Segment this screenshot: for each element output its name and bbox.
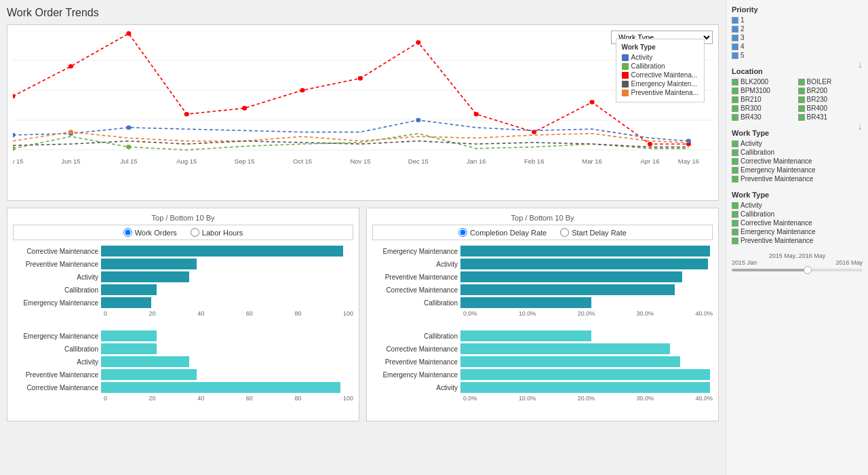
priority-checkbox-2[interactable]	[732, 26, 738, 33]
radio-labor-hours[interactable]: Labor Hours	[191, 228, 243, 237]
bar-row: Activity	[13, 356, 353, 367]
left-panel: Top / Bottom 10 By Work Orders Labor Hou…	[7, 208, 359, 421]
svg-point-13	[184, 112, 189, 117]
location-br200[interactable]: BR200	[798, 87, 863, 94]
left-teal-bars: Emergency Maintenance Callibration Activ…	[13, 330, 353, 415]
wt2-callibration[interactable]: Callibration	[732, 210, 863, 218]
bar-row: Preventive Maintenance	[13, 369, 353, 380]
location-scroll-indicator[interactable]: ↓	[858, 121, 863, 132]
bar-row: Callibration	[13, 343, 353, 354]
svg-point-17	[416, 40, 420, 45]
wt1-callibration[interactable]: Callibration	[732, 149, 863, 156]
priority-checkbox-5[interactable]	[732, 52, 738, 59]
page-title: Work Order Trends	[7, 7, 719, 19]
legend-title: Work Type	[622, 43, 699, 51]
bar-row: Activity	[372, 259, 713, 269]
right-panel: Top / Bottom 10 By Completion Delay Rate…	[366, 208, 719, 421]
svg-point-15	[300, 88, 304, 93]
legend-item-preventive: Preventive Maintena...	[622, 89, 699, 96]
bar-row: Emergency Maintenance	[372, 246, 713, 256]
legend-item-emergency: Emergency Mainten...	[622, 80, 699, 88]
location-br400[interactable]: BR400	[798, 104, 863, 112]
location-br300[interactable]: BR300	[732, 104, 797, 112]
radio-completion-delay[interactable]: Completion Delay Rate	[458, 228, 547, 237]
x-axis-right: 0.0%10.0%20.0%30.0%40.0%	[372, 310, 713, 317]
wt2-activity[interactable]: Activity	[732, 202, 863, 209]
legend-item-callibration: Callibration	[622, 62, 699, 70]
location-blk2000[interactable]: BLK2000	[732, 78, 797, 86]
bar-row: Corrective Maintenance	[13, 246, 353, 256]
location-br230[interactable]: BR230	[798, 96, 863, 103]
bar-row: Corrective Maintenance	[13, 382, 353, 393]
wt1-preventive[interactable]: Preventive Maintenance	[732, 175, 863, 183]
work-type-title-2: Work Type	[732, 191, 863, 199]
svg-point-25	[126, 126, 131, 130]
wt2-preventive[interactable]: Preventive Maintenance	[732, 237, 863, 244]
work-type-title-1: Work Type	[732, 129, 863, 137]
right-panel-title: Top / Bottom 10 By	[372, 214, 713, 222]
x-axis: 020406080100	[13, 310, 353, 317]
left-blue-bars: Corrective Maintenance Preventive Mainte…	[13, 246, 353, 330]
radio-start-delay[interactable]: Start Delay Rate	[560, 228, 627, 237]
bar-row: Activity	[13, 271, 353, 282]
radio-work-orders[interactable]: Work Orders	[123, 228, 177, 237]
slider-fill	[732, 269, 810, 271]
bar-row: Callibration	[13, 284, 353, 295]
svg-point-16	[358, 76, 363, 81]
priority-item-2[interactable]: 2	[732, 25, 863, 33]
location-br210[interactable]: BR210	[732, 96, 797, 103]
wt2-emergency[interactable]: Emergency Maintenance	[732, 228, 863, 235]
x-axis-right-bottom: 0.0%10.0%20.0%30.0%40.0%	[372, 395, 713, 402]
priority-item-5[interactable]: 5	[732, 52, 863, 59]
svg-point-23	[13, 133, 16, 138]
priority-checkbox-4[interactable]	[732, 43, 738, 50]
bar-row: Preventive Maintenance	[13, 259, 353, 269]
priority-item-3[interactable]: 3	[732, 34, 863, 41]
slider-labels: 2015 Jan 2016 May	[732, 259, 863, 266]
bar-row: Activity	[372, 382, 713, 393]
priority-list: 1 2 3 4 5	[732, 16, 863, 59]
svg-point-12	[126, 31, 131, 36]
wt1-emergency[interactable]: Emergency Maintenance	[732, 166, 863, 174]
priority-title: Priority	[732, 5, 863, 14]
bar-row: Corrective Maintenance	[372, 343, 713, 354]
left-radio-group[interactable]: Work Orders Labor Hours	[13, 225, 353, 240]
priority-item-1[interactable]: 1	[732, 16, 863, 24]
right-radio-group[interactable]: Completion Delay Rate Start Delay Rate	[372, 225, 713, 240]
wt1-corrective[interactable]: Corrective Maintenance	[732, 157, 863, 165]
legend-item-corrective: Corrective Maintena...	[622, 71, 699, 79]
priority-item-4[interactable]: 4	[732, 43, 863, 50]
legend-item-activity: Activity	[622, 54, 699, 61]
priority-checkbox-1[interactable]	[732, 17, 738, 24]
right-blue-bars: Emergency Maintenance Activity Preventiv…	[372, 246, 713, 330]
wt1-activity[interactable]: Activity	[732, 140, 863, 147]
location-br431[interactable]: BR431	[798, 113, 863, 121]
work-type-section-2: Work Type Activity Callibration Correcti…	[732, 191, 863, 244]
location-boiler[interactable]: BOILER	[798, 78, 863, 86]
location-br430[interactable]: BR430	[732, 113, 797, 121]
svg-text:Feb 16: Feb 16	[524, 158, 545, 165]
main-chart-area: Work Type Priority Location Work Type Ac…	[7, 24, 719, 201]
slider-track[interactable]	[732, 269, 863, 271]
bar-row: Preventive Maintenance	[372, 271, 713, 282]
priority-section: Priority 1 2 3 4 5 ↓	[732, 5, 863, 59]
right-teal-bars: Callibration Corrective Maintenance Prev…	[372, 330, 713, 415]
bar-row: Preventive Maintenance	[372, 356, 713, 367]
svg-point-26	[416, 118, 420, 123]
wt2-corrective[interactable]: Corrective Maintenance	[732, 219, 863, 227]
x-axis-bottom: 020406080100	[13, 395, 353, 402]
svg-text:Jul 15: Jul 15	[120, 158, 137, 165]
svg-text:Jan 16: Jan 16	[467, 158, 486, 165]
slider-thumb[interactable]	[804, 266, 812, 274]
location-grid: BLK2000 BOILER BPM3100 BR200 BR210 BR230	[732, 78, 863, 121]
location-bpm3100[interactable]: BPM3100	[732, 87, 797, 94]
svg-point-30	[68, 130, 73, 134]
priority-scroll-indicator[interactable]: ↓	[858, 59, 863, 70]
chart-legend: Work Type Activity Callibration Correcti…	[616, 39, 705, 102]
bar-row: Callibration	[372, 330, 713, 341]
bar-row: Emergency Maintenance	[372, 369, 713, 380]
svg-point-20	[590, 100, 595, 104]
work-type-list-2: Activity Callibration Corrective Mainten…	[732, 202, 863, 244]
line-chart-svg: 0 5 10 15 20	[13, 31, 713, 180]
priority-checkbox-3[interactable]	[732, 35, 738, 41]
